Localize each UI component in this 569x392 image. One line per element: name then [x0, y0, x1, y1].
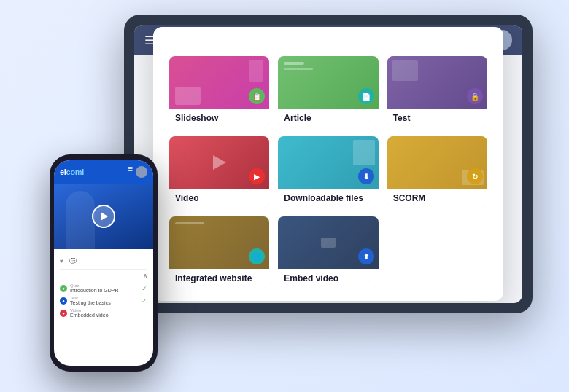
card-label-downloadable-files: Downloadable files — [278, 189, 378, 208]
course-meta: ♥ 💬 — [60, 258, 147, 264]
content-type-grid: 📋 Slideshow 📄 Article 🔒 Test ▶ Video ⬇ D — [169, 56, 487, 288]
phone-screen: elcomi ☰ ♥ 💬 — [54, 160, 153, 366]
modal-overlay: 📋 Slideshow 📄 Article 🔒 Test ▶ Video ⬇ D — [134, 25, 522, 303]
content-card-article[interactable]: 📄 Article — [278, 56, 378, 128]
card-thumbnail-downloadable-files: ⬇ — [278, 136, 378, 189]
phone-content: ♥ 💬 ∧ ● Quiz Introduction to GDPR — [54, 249, 153, 366]
module-step-item: ● Test Testing the basics ✓ — [60, 294, 147, 307]
play-button[interactable] — [92, 205, 115, 228]
tablet: ☰ 📋 Slideshow 📄 Article — [124, 15, 533, 313]
divider — [60, 269, 147, 270]
content-card-slideshow[interactable]: 📋 Slideshow — [169, 56, 269, 128]
content-card-embed-video[interactable]: ⬆ Embed video — [278, 216, 378, 288]
phone-hero-image — [54, 184, 153, 249]
likes-count: ♥ — [60, 258, 65, 264]
card-thumbnail-scorm: ↻ — [387, 136, 487, 189]
chevron-up-icon[interactable]: ∧ — [143, 273, 147, 279]
content-card-integrated-website[interactable]: 🌐 Integrated website — [169, 216, 269, 288]
tablet-screen: ☰ 📋 Slideshow 📄 Article — [134, 25, 522, 303]
card-thumbnail-integrated-website: 🌐 — [169, 216, 269, 269]
step-dot: ● — [60, 297, 67, 305]
step-label: Introduction to GDPR — [70, 288, 139, 293]
card-thumbnail-slideshow: 📋 — [169, 56, 269, 109]
comment-icon: 💬 — [69, 258, 77, 264]
step-label: Testing the basics — [70, 300, 139, 305]
add-content-modal: 📋 Slideshow 📄 Article 🔒 Test ▶ Video ⬇ D — [153, 27, 503, 301]
content-card-video[interactable]: ▶ Video — [169, 136, 269, 208]
card-label-embed-video: Embed video — [278, 269, 378, 288]
card-label-video: Video — [169, 189, 269, 208]
content-card-scorm[interactable]: ↻ SCORM — [387, 136, 487, 208]
menu-icon[interactable]: ☰ — [128, 166, 133, 178]
card-thumbnail-article: 📄 — [278, 56, 378, 109]
app-logo: elcomi — [60, 168, 84, 176]
content-card-test[interactable]: 🔒 Test — [387, 56, 487, 128]
phone-top-bar: elcomi ☰ — [54, 160, 153, 184]
module-steps-list: ● Quiz Introduction to GDPR ✓ ● Test Tes… — [60, 282, 147, 319]
card-badge-scorm: ↻ — [467, 168, 483, 184]
step-dot: ● — [60, 310, 67, 317]
card-label-integrated-website: Integrated website — [169, 269, 269, 288]
card-badge-downloadable-files: ⬇ — [358, 168, 374, 184]
card-thumbnail-embed-video: ⬆ — [278, 216, 378, 269]
heart-icon: ♥ — [60, 258, 63, 264]
step-check-icon: ✓ — [142, 285, 147, 292]
phone: elcomi ☰ ♥ 💬 — [50, 154, 158, 372]
card-label-scorm: SCORM — [387, 189, 487, 208]
hero-person — [66, 191, 95, 249]
card-badge-test: 🔒 — [467, 88, 483, 104]
step-dot: ● — [60, 285, 67, 292]
card-badge-embed-video: ⬆ — [358, 248, 374, 264]
user-avatar-phone — [136, 166, 147, 178]
card-label-article: Article — [278, 109, 378, 128]
card-label-test: Test — [387, 109, 487, 128]
step-check-icon: ✓ — [142, 297, 147, 305]
card-thumbnail-test: 🔒 — [387, 56, 487, 109]
module-step-item: ● Quiz Introduction to GDPR ✓ — [60, 282, 147, 294]
card-label-slideshow: Slideshow — [169, 109, 269, 128]
module-steps-label: ∧ — [60, 273, 147, 279]
content-card-downloadable-files[interactable]: ⬇ Downloadable files — [278, 136, 378, 208]
comments-count: 💬 — [69, 258, 78, 264]
step-label: Embedded video — [70, 313, 147, 318]
card-badge-article: 📄 — [358, 88, 374, 104]
card-thumbnail-video: ▶ — [169, 136, 269, 189]
module-step-item: ● Video Embedded video — [60, 307, 147, 319]
